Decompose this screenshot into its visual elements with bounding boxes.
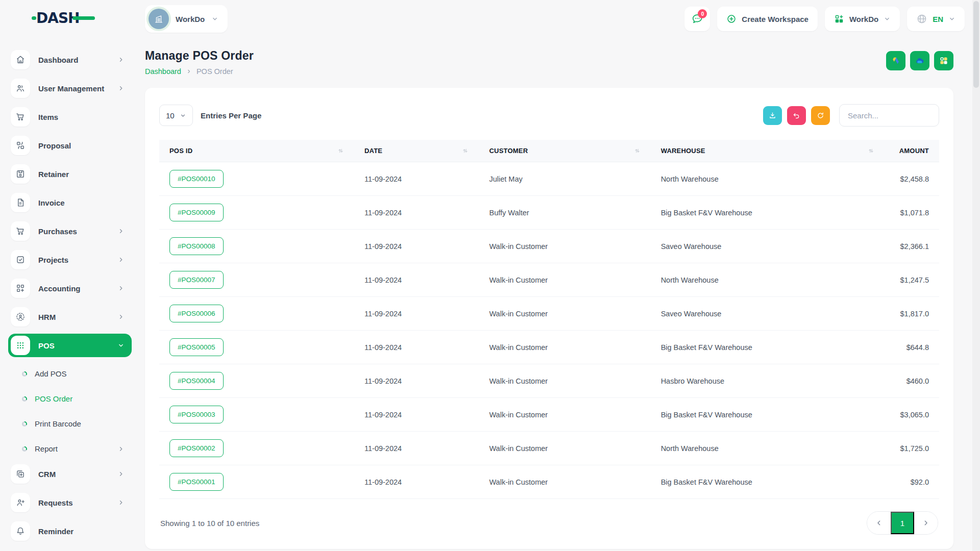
search-input[interactable]: [839, 104, 939, 127]
cell-date: 11-09-2024: [354, 297, 479, 331]
column-header-pos-id[interactable]: POS ID: [159, 140, 354, 162]
onedrive-button[interactable]: [910, 51, 929, 70]
sidebar-item-label: Invoice: [38, 198, 65, 207]
sidebar-item-items[interactable]: Items: [8, 105, 132, 129]
cell-date: 11-09-2024: [354, 230, 479, 263]
table-header-row: POS ID DATE CUSTOMER WAREHOUSE AMOUNT: [159, 140, 939, 162]
column-header-warehouse[interactable]: WAREHOUSE: [651, 140, 885, 162]
pos-id-link[interactable]: #POS00009: [169, 204, 224, 221]
cell-amount: $3,065.0: [885, 398, 939, 432]
undo-button[interactable]: [787, 106, 806, 125]
pos-id-link[interactable]: #POS00006: [169, 305, 224, 322]
cell-customer: Walk-in Customer: [479, 465, 650, 499]
accounting-icon: [11, 279, 30, 298]
sidebar-subitem-print-barcode[interactable]: Print Barcode: [8, 412, 132, 435]
cell-customer: Walk-in Customer: [479, 364, 650, 398]
page-scrollbar[interactable]: [972, 0, 980, 551]
cell-amount: $1,071.8: [885, 196, 939, 230]
pos-id-link[interactable]: #POS00003: [169, 406, 224, 423]
pagination-next-button[interactable]: [914, 512, 938, 534]
column-header-customer[interactable]: CUSTOMER: [479, 140, 650, 162]
sort-icon[interactable]: [462, 147, 469, 154]
sidebar-subitem-label: Report: [35, 444, 58, 453]
apps-button[interactable]: [934, 51, 953, 70]
sort-icon[interactable]: [337, 147, 344, 154]
cell-customer: Juliet May: [479, 162, 650, 196]
table-row: #POS00006 11-09-2024 Walk-in Customer Sa…: [159, 297, 939, 331]
sort-icon[interactable]: [868, 147, 874, 154]
pos-id-link[interactable]: #POS00004: [169, 372, 224, 390]
pos-id-link[interactable]: #POS00008: [169, 237, 224, 255]
sidebar-item-requests[interactable]: Requests: [8, 491, 132, 514]
sidebar-item-retainer[interactable]: Retainer: [8, 162, 132, 186]
sidebar-subitem-label: POS Order: [35, 394, 72, 403]
pagination-page-1[interactable]: 1: [891, 512, 914, 534]
chevron-right-icon: [186, 68, 192, 74]
workdo-menu-button[interactable]: WorkDo: [825, 7, 900, 31]
sidebar-item-user-management[interactable]: User Management: [8, 77, 132, 100]
app-logo[interactable]: DASH: [0, 9, 145, 29]
cell-warehouse: Saveo Warehouse: [651, 230, 885, 263]
pos-id-link[interactable]: #POS00010: [169, 170, 224, 188]
sort-icon[interactable]: [634, 147, 641, 154]
sidebar-item-purchases[interactable]: Purchases: [8, 219, 132, 243]
cell-date: 11-09-2024: [354, 196, 479, 230]
google-drive-button[interactable]: [886, 51, 905, 70]
column-header-amount[interactable]: AMOUNT: [885, 140, 939, 162]
pos-id-link[interactable]: #POS00001: [169, 473, 224, 491]
sidebar-subitem-pos-order[interactable]: POS Order: [8, 387, 132, 410]
create-workspace-button[interactable]: Create Workspace: [717, 7, 818, 31]
column-header-date[interactable]: DATE: [354, 140, 479, 162]
page-title: Manage POS Order: [145, 49, 254, 63]
language-selector[interactable]: EN: [907, 7, 965, 31]
sidebar-item-pos[interactable]: POS: [8, 334, 132, 357]
cell-warehouse: Big Basket F&V Warehouse: [651, 331, 885, 364]
sidebar-item-invoice[interactable]: Invoice: [8, 191, 132, 214]
pagination: 1: [867, 511, 938, 535]
sidebar-item-crm[interactable]: CRM: [8, 462, 132, 486]
cell-amount: $1,817.0: [885, 297, 939, 331]
entries-per-page-select[interactable]: 10: [159, 105, 193, 126]
export-button[interactable]: [763, 106, 782, 125]
sidebar-item-proposal[interactable]: Proposal: [8, 134, 132, 157]
workspace-switcher[interactable]: WorkDo: [145, 5, 228, 33]
cell-date: 11-09-2024: [354, 331, 479, 364]
entries-summary: Showing 1 to 10 of 10 entries: [160, 519, 259, 528]
sidebar-item-label: Proposal: [38, 141, 71, 150]
cell-customer: Walk-in Customer: [479, 398, 650, 432]
sidebar-subitem-add-pos[interactable]: Add POS: [8, 362, 132, 385]
cell-amount: $644.8: [885, 331, 939, 364]
pos-id-link[interactable]: #POS00005: [169, 338, 224, 356]
messages-button[interactable]: 0: [684, 7, 710, 31]
chevron-down-icon: [117, 342, 125, 349]
cell-warehouse: Hasbro Warehouse: [651, 364, 885, 398]
onedrive-icon: [915, 56, 925, 66]
sidebar-item-reminder[interactable]: Reminder: [8, 519, 132, 543]
cell-customer: Walk-in Customer: [479, 331, 650, 364]
invoice-icon: [11, 193, 30, 212]
cell-date: 11-09-2024: [354, 263, 479, 297]
sidebar-subitem-label: Add POS: [35, 369, 67, 378]
sidebar-item-accounting[interactable]: Accounting: [8, 277, 132, 300]
dash-logo-icon: DASH: [32, 9, 95, 27]
sidebar-item-hrm[interactable]: HRM: [8, 305, 132, 329]
pos-id-link[interactable]: #POS00002: [169, 439, 224, 457]
table-row: #POS00004 11-09-2024 Walk-in Customer Ha…: [159, 364, 939, 398]
cell-warehouse: North Warehouse: [651, 162, 885, 196]
sidebar-subitem-report[interactable]: Report: [8, 437, 132, 460]
sidebar-item-label: User Management: [38, 84, 104, 93]
sidebar-item-projects[interactable]: Projects: [8, 248, 132, 271]
sidebar-item-label: CRM: [38, 470, 56, 479]
chevron-right-icon: [117, 256, 125, 263]
breadcrumb-dashboard-link[interactable]: Dashboard: [145, 67, 181, 76]
entries-per-page-label: Entries Per Page: [201, 111, 261, 120]
sidebar-item-label: Requests: [38, 498, 73, 507]
pagination-prev-button[interactable]: [867, 512, 891, 534]
toolbar-actions: [763, 106, 830, 125]
workdo-menu-label: WorkDo: [849, 15, 878, 23]
sidebar-item-label: Purchases: [38, 227, 77, 236]
sidebar-item-dashboard[interactable]: Dashboard: [8, 48, 132, 71]
refresh-button[interactable]: [811, 106, 830, 125]
pos-id-link[interactable]: #POS00007: [169, 271, 224, 289]
chevron-right-icon: [117, 499, 125, 506]
